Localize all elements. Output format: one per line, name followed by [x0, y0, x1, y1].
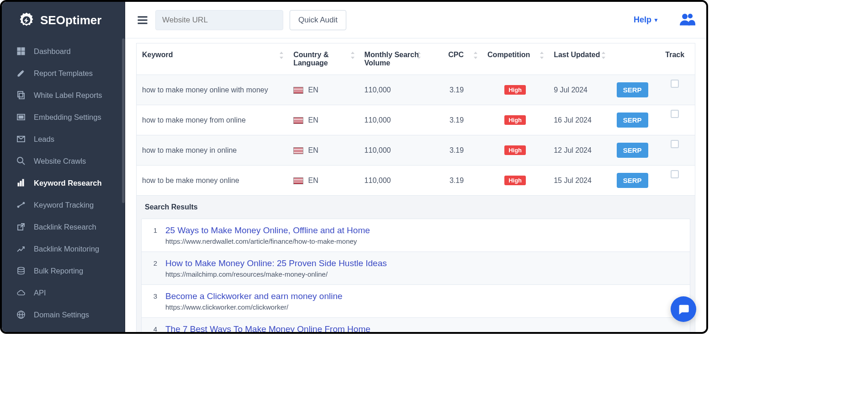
- track-checkbox[interactable]: [671, 140, 679, 148]
- sidebar-item-bulk-reporting[interactable]: Bulk Reporting: [2, 260, 125, 282]
- search-result-item: 3Become a Clickworker and earn money onl…: [142, 285, 690, 318]
- flag-us-icon: [293, 177, 303, 184]
- users-icon[interactable]: [680, 12, 695, 28]
- sidebar-item-leads[interactable]: Leads: [2, 128, 125, 150]
- topbar: Quick Audit Help ▼: [125, 2, 706, 38]
- sidebar-item-backlink-research[interactable]: Backlink Research: [2, 216, 125, 238]
- line-icon: [16, 200, 26, 209]
- flag-us-icon: [293, 87, 303, 94]
- sidebar-item-crawls[interactable]: Website Crawls: [2, 150, 125, 172]
- sidebar-item-dashboard[interactable]: Dashboard: [2, 40, 125, 62]
- sidebar-item-backlink-monitoring[interactable]: Backlink Monitoring: [2, 238, 125, 260]
- cell-country: EN: [288, 135, 359, 166]
- search-result-item: 2How to Make Money Online: 25 Proven Sid…: [142, 252, 690, 285]
- cell-updated: 9 Jul 2024: [548, 75, 610, 105]
- svg-rect-3: [17, 52, 21, 55]
- svg-rect-1: [17, 48, 21, 51]
- serp-button[interactable]: SERP: [617, 82, 648, 97]
- svg-rect-13: [20, 181, 21, 186]
- cell-volume: 110,000: [359, 166, 425, 196]
- track-checkbox[interactable]: [671, 110, 679, 118]
- competition-badge: High: [504, 145, 526, 155]
- cell-country: EN: [288, 75, 359, 105]
- col-volume[interactable]: Monthly Search Volume: [359, 43, 425, 75]
- serp-button[interactable]: SERP: [617, 112, 648, 128]
- cell-updated: 16 Jul 2024: [548, 105, 610, 135]
- cloud-icon: [16, 288, 26, 297]
- result-rank: 1: [150, 225, 157, 234]
- track-checkbox[interactable]: [671, 80, 679, 88]
- svg-line-17: [19, 204, 23, 206]
- sidebar-item-label: Domain Settings: [34, 311, 89, 319]
- menu-toggle-icon[interactable]: [136, 14, 149, 27]
- col-keyword[interactable]: Keyword: [137, 43, 288, 75]
- sidebar-item-domain-settings[interactable]: Domain Settings: [2, 304, 125, 326]
- sort-icon: [539, 52, 545, 59]
- help-dropdown[interactable]: Help ▼: [634, 15, 659, 25]
- scrollbar[interactable]: [122, 38, 125, 203]
- cell-updated: 12 Jul 2024: [548, 135, 610, 166]
- cell-keyword: how to make money online with money: [137, 75, 288, 105]
- col-updated[interactable]: Last Updated: [548, 43, 610, 75]
- svg-rect-5: [19, 93, 24, 99]
- external-icon: [16, 222, 26, 231]
- website-url-input[interactable]: [155, 10, 283, 30]
- serp-button[interactable]: SERP: [617, 173, 648, 188]
- result-rank: 4: [150, 324, 157, 332]
- bar-icon: [16, 178, 26, 187]
- result-title-link[interactable]: The 7 Best Ways To Make Money Online Fro…: [165, 324, 682, 332]
- svg-rect-2: [21, 48, 25, 51]
- logo[interactable]: SEOptimer: [2, 2, 125, 38]
- nav: DashboardReport TemplatesWhite Label Rep…: [2, 38, 125, 332]
- keyword-table: Keyword Country & Language Monthly Searc…: [136, 43, 695, 196]
- col-serp: [610, 43, 655, 75]
- quick-audit-button[interactable]: Quick Audit: [290, 10, 346, 30]
- sort-icon: [473, 52, 478, 59]
- cell-keyword: how to make money in online: [137, 135, 288, 166]
- sidebar-item-embedding[interactable]: Embedding Settings: [2, 106, 125, 128]
- grid-icon: [16, 47, 26, 56]
- cell-country: EN: [288, 105, 359, 135]
- cell-competition: High: [482, 75, 548, 105]
- sidebar-item-label: Keyword Research: [34, 179, 102, 187]
- main: Quick Audit Help ▼ Keyword: [125, 2, 706, 332]
- cell-cpc: 3.19: [425, 135, 482, 166]
- serp-button[interactable]: SERP: [617, 143, 648, 158]
- result-rank: 3: [150, 291, 157, 300]
- cell-keyword: how to make money from online: [137, 105, 288, 135]
- result-title-link[interactable]: Become a Clickworker and earn money onli…: [165, 291, 682, 301]
- col-country[interactable]: Country & Language: [288, 43, 359, 75]
- col-cpc[interactable]: CPC: [425, 43, 482, 75]
- mail-icon: [16, 134, 26, 144]
- search-results-heading: Search Results: [137, 196, 695, 219]
- search-results-panel: Search Results 125 Ways to Make Money On…: [136, 196, 695, 332]
- result-title-link[interactable]: 25 Ways to Make Money Online, Offline an…: [165, 225, 682, 236]
- sidebar-item-api[interactable]: API: [2, 282, 125, 304]
- cell-volume: 110,000: [359, 105, 425, 135]
- chat-button[interactable]: [671, 296, 696, 322]
- sidebar-item-label: Backlink Research: [34, 223, 96, 231]
- cell-updated: 15 Jul 2024: [548, 166, 610, 196]
- search-icon: [16, 156, 26, 166]
- globe-icon: [16, 310, 26, 319]
- sidebar-item-label: API: [34, 289, 46, 297]
- cell-cpc: 3.19: [425, 166, 482, 196]
- edit-icon: [16, 69, 26, 78]
- result-title-link[interactable]: How to Make Money Online: 25 Proven Side…: [165, 258, 682, 268]
- sidebar-item-report-templates[interactable]: Report Templates: [2, 62, 125, 84]
- col-competition[interactable]: Competition: [482, 43, 548, 75]
- competition-badge: High: [504, 176, 526, 185]
- flag-us-icon: [293, 117, 303, 124]
- sidebar-item-keyword-tracking[interactable]: Keyword Tracking: [2, 194, 125, 216]
- table-row: how to be make money online EN110,0003.1…: [137, 166, 695, 196]
- copy-icon: [16, 91, 26, 100]
- sidebar-item-white-label[interactable]: White Label Reports: [2, 84, 125, 106]
- sidebar-item-keyword-research[interactable]: Keyword Research: [2, 172, 125, 194]
- sort-icon: [279, 52, 284, 59]
- col-track: Track: [655, 43, 695, 75]
- track-checkbox[interactable]: [671, 170, 679, 178]
- content: Keyword Country & Language Monthly Searc…: [125, 38, 706, 332]
- svg-rect-8: [19, 116, 23, 118]
- table-row: how to make money online with money EN11…: [137, 75, 695, 105]
- sidebar-item-label: Leads: [34, 135, 54, 144]
